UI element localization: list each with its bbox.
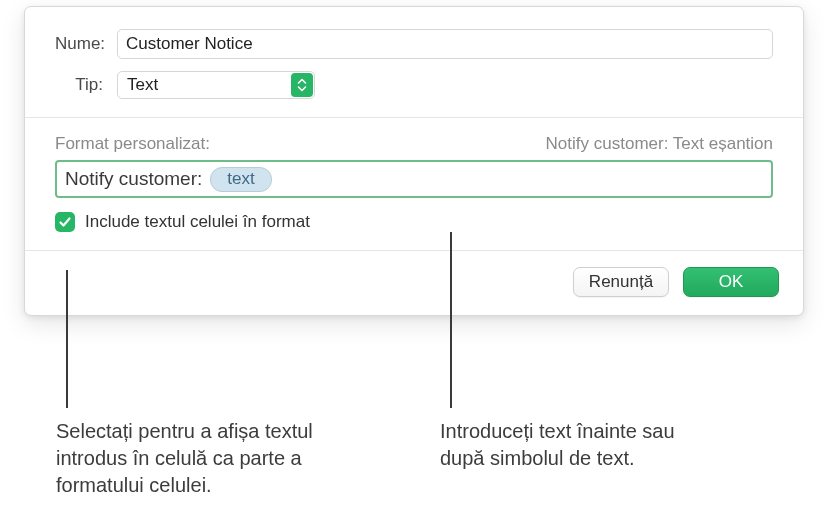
callout-line-right <box>450 232 452 408</box>
include-cell-text-checkbox[interactable] <box>55 212 75 232</box>
dialog-buttons: Renunță OK <box>25 251 803 315</box>
type-select-value: Text <box>127 75 158 95</box>
type-select[interactable]: Text <box>117 71 315 99</box>
callout-right: Introduceți text înainte sau după simbol… <box>440 418 680 472</box>
name-input[interactable] <box>117 29 773 59</box>
include-cell-text-row: Include textul celulei în format <box>25 212 803 251</box>
format-header: Format personalizat: Notify customer: Te… <box>25 118 803 160</box>
ok-button[interactable]: OK <box>683 267 779 297</box>
text-token[interactable]: text <box>210 167 271 192</box>
checkmark-icon <box>58 215 72 229</box>
format-section-label: Format personalizat: <box>55 134 210 154</box>
custom-format-dialog: Nume: Tip: Text Format personalizat: Not… <box>24 6 804 316</box>
callout-left: Selectați pentru a afișa textul introdus… <box>56 418 386 499</box>
include-cell-text-label: Include textul celulei în format <box>85 212 310 232</box>
cancel-button[interactable]: Renunță <box>573 267 669 297</box>
name-label: Nume: <box>55 34 117 54</box>
callout-line-left <box>66 270 68 408</box>
format-prefix-text: Notify customer: <box>63 168 202 190</box>
dropdown-stepper-icon <box>291 73 313 97</box>
format-preview: Notify customer: Text eșantion <box>546 134 773 154</box>
type-row: Tip: Text <box>25 65 803 118</box>
format-field[interactable]: Notify customer: text <box>55 160 773 198</box>
type-label: Tip: <box>55 75 117 95</box>
name-row: Nume: <box>25 7 803 65</box>
